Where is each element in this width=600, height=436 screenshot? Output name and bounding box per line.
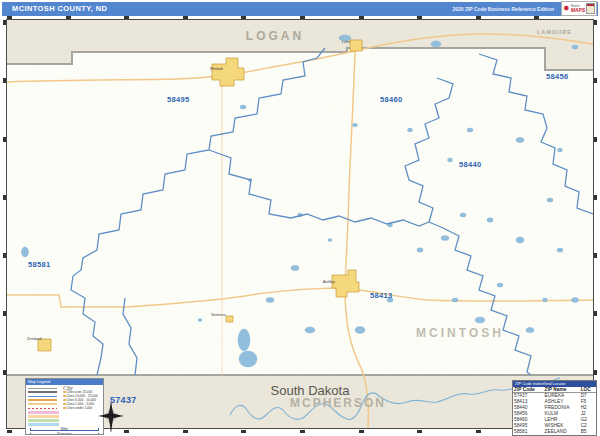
map-legend: Map Legend City Cities over 25,000 Citie…: [25, 378, 104, 435]
scale-kilometers: Kilometers: [30, 433, 99, 435]
zip-label-58413: 58413: [370, 291, 392, 300]
state-label-south-dakota: South Dakota: [250, 383, 370, 398]
section-grid: [7, 20, 593, 428]
county-label-mcpherson: MCPHERSON: [268, 396, 408, 410]
logo-brand-bottom: MAPS: [571, 8, 585, 13]
page-title: MCINTOSH COUNTY, ND: [12, 2, 107, 16]
city-label-lehr: Lehr: [342, 39, 350, 44]
legend-city-item: Cities under 1,000: [67, 406, 93, 410]
legend-band-blue: [28, 423, 59, 426]
logo-starburst-icon: ✹: [563, 5, 570, 13]
legend-line-samples: [28, 386, 61, 427]
city-label-venturia: Venturia: [211, 312, 226, 317]
zip-table-header-row: ZIP Code ZIP Name LOC: [513, 387, 596, 393]
logo-booklet-icon: [586, 3, 595, 14]
zip-label-58581: 58581: [28, 260, 50, 269]
legend-band-green: [28, 419, 59, 422]
zip-label-58495: 58495: [167, 95, 189, 104]
county-label-lamoure: LAMOURE: [537, 29, 572, 35]
city-label-zeeland: Zeeland: [27, 336, 41, 341]
zip-label-58440: 58440: [459, 160, 481, 169]
city-label-wishek: Wishek: [210, 66, 223, 71]
legend-band-peach: [28, 415, 59, 418]
county-map-canvas: [7, 20, 593, 428]
city-lehr: [350, 40, 362, 51]
legend-band-pink: [28, 411, 59, 414]
grid-ticks-right: [594, 20, 597, 428]
zip-label-58456: 58456: [546, 72, 568, 81]
map-sheet: MCINTOSH COUNTY, ND 2020 ZIP Code Busine…: [0, 0, 600, 436]
zip-index-table: ZIP Code Index/Grid Locator ZIP Code ZIP…: [512, 380, 597, 436]
compass-rose-icon: [98, 402, 124, 432]
city-label-ashley: Ashley: [323, 279, 335, 284]
zip-label-58460: 58460: [380, 95, 402, 104]
header-bar: MCINTOSH COUNTY, ND 2020 ZIP Code Busine…: [2, 2, 598, 16]
table-row: 58581ZEELANDB5: [513, 429, 596, 435]
scale-miles: Miles: [30, 428, 99, 431]
edition-label: 2020 ZIP Code Business Reference Edition: [452, 2, 554, 16]
city-venturia: [226, 316, 233, 322]
legend-scale-bars: Miles Kilometers: [26, 427, 103, 435]
county-label-logan: LOGAN: [235, 29, 315, 43]
marketmaps-logo: ✹ Market MAPS: [561, 1, 597, 16]
county-label-mcintosh: MCINTOSH: [405, 326, 515, 340]
